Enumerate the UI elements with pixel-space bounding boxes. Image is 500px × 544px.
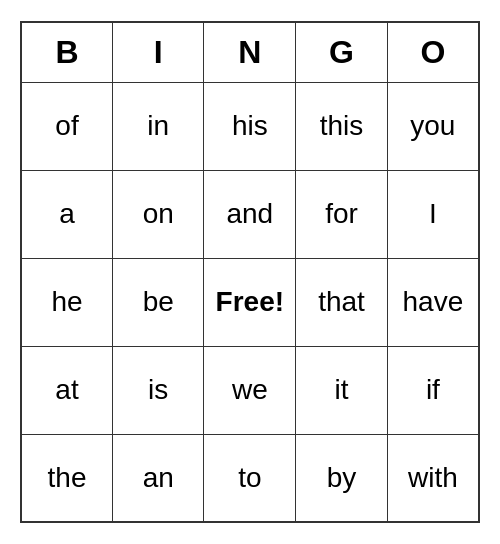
bingo-cell-r2-c1: be: [113, 258, 204, 346]
bingo-cell-r1-c3: for: [296, 170, 388, 258]
bingo-cell-r3-c1: is: [113, 346, 204, 434]
bingo-cell-r0-c0: of: [21, 82, 113, 170]
bingo-cell-r4-c0: the: [21, 434, 113, 522]
bingo-cell-r0-c2: his: [204, 82, 296, 170]
bingo-cell-r4-c2: to: [204, 434, 296, 522]
bingo-header-N: N: [204, 22, 296, 82]
bingo-cell-r3-c2: we: [204, 346, 296, 434]
bingo-cell-r2-c2: Free!: [204, 258, 296, 346]
bingo-header-O: O: [387, 22, 479, 82]
bingo-cell-r0-c3: this: [296, 82, 388, 170]
bingo-cell-r2-c0: he: [21, 258, 113, 346]
bingo-header-G: G: [296, 22, 388, 82]
bingo-row-3: atisweitif: [21, 346, 479, 434]
bingo-header-B: B: [21, 22, 113, 82]
bingo-cell-r4-c1: an: [113, 434, 204, 522]
bingo-row-4: theantobywith: [21, 434, 479, 522]
bingo-cell-r0-c4: you: [387, 82, 479, 170]
bingo-cell-r4-c4: with: [387, 434, 479, 522]
bingo-cell-r0-c1: in: [113, 82, 204, 170]
bingo-cell-r2-c4: have: [387, 258, 479, 346]
bingo-cell-r1-c1: on: [113, 170, 204, 258]
bingo-cell-r1-c0: a: [21, 170, 113, 258]
bingo-cell-r2-c3: that: [296, 258, 388, 346]
bingo-row-2: hebeFree!thathave: [21, 258, 479, 346]
bingo-cell-r3-c4: if: [387, 346, 479, 434]
bingo-row-0: ofinhisthisyou: [21, 82, 479, 170]
bingo-card: BINGO ofinhisthisyouaonandforIhebeFree!t…: [20, 21, 480, 523]
bingo-cell-r1-c2: and: [204, 170, 296, 258]
bingo-cell-r1-c4: I: [387, 170, 479, 258]
bingo-cell-r3-c3: it: [296, 346, 388, 434]
bingo-header-I: I: [113, 22, 204, 82]
bingo-row-1: aonandforI: [21, 170, 479, 258]
bingo-cell-r4-c3: by: [296, 434, 388, 522]
bingo-cell-r3-c0: at: [21, 346, 113, 434]
